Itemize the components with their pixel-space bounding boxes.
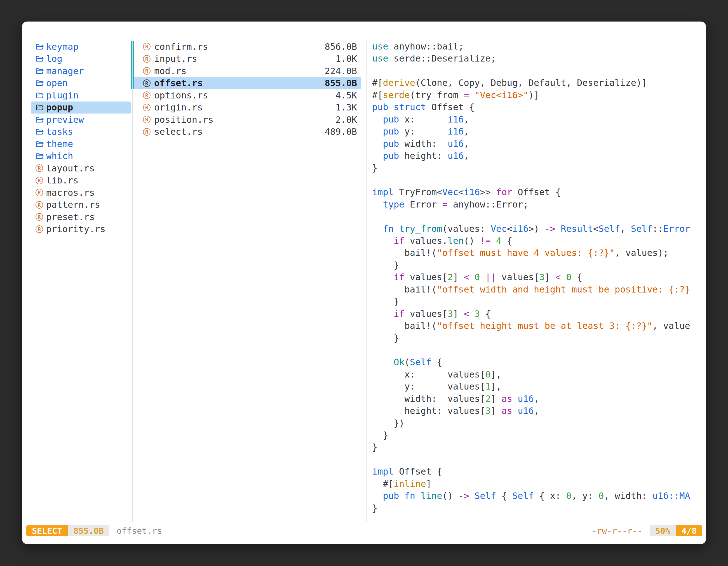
folder-icon: [35, 79, 44, 87]
code-line: #[derive(Clone, Copy, Debug, Default, De…: [372, 77, 702, 89]
file-name: select.rs: [154, 126, 203, 137]
code-line: width: values[2] as u16,: [372, 393, 702, 405]
code-line: [372, 211, 702, 223]
rust-file-icon: R: [143, 79, 151, 87]
code-line: bail!("offset height must be at least 3:…: [372, 320, 702, 332]
code-line: height: values[3] as u16,: [372, 405, 702, 417]
file-row-offset-rs[interactable]: Roffset.rs855.0B: [134, 77, 361, 90]
item-label: keymap: [46, 41, 79, 52]
file-row-select-rs[interactable]: Rselect.rs489.0B: [134, 126, 361, 138]
item-label: preset.rs: [46, 212, 95, 222]
code-line: bail!("offset must have 4 values: {:?}",…: [372, 247, 702, 259]
item-label: macros.rs: [46, 187, 95, 198]
sidebar-item-pattern-rs[interactable]: Rpattern.rs: [31, 199, 131, 211]
code-line: }: [372, 332, 702, 344]
folder-icon: [35, 91, 44, 100]
file-size: 2.0K: [335, 114, 357, 125]
folder-icon: [35, 152, 44, 160]
code-line: impl Offset {: [372, 466, 702, 478]
rust-file-icon: R: [36, 201, 43, 209]
sidebar-item-priority-rs[interactable]: Rpriority.rs: [31, 223, 131, 236]
file-row-options-rs[interactable]: Roptions.rs4.5K: [134, 89, 361, 102]
sidebar-item-macros-rs[interactable]: Rmacros.rs: [31, 187, 131, 199]
rust-file-icon: R: [143, 67, 151, 75]
rust-file-icon: R: [36, 189, 43, 196]
code-line: }: [372, 259, 702, 271]
folder-icon: [35, 128, 44, 136]
folder-icon: [35, 140, 44, 148]
rust-file-icon: R: [36, 213, 43, 221]
yazi-file-manager-window: keymap log manager open plugin popup pre…: [22, 22, 706, 544]
scroll-percent-badge: 50%: [650, 525, 676, 536]
file-name: confirm.rs: [154, 41, 208, 52]
file-row-mod-rs[interactable]: Rmod.rs224.0B: [134, 65, 361, 77]
item-label: pattern.rs: [46, 200, 100, 210]
item-label: plugin: [46, 90, 79, 101]
rust-file-icon: R: [143, 128, 151, 136]
file-row-input-rs[interactable]: Rinput.rs1.0K: [134, 53, 361, 65]
item-label: tasks: [46, 126, 73, 137]
file-size: 1.3K: [335, 102, 357, 113]
sidebar-item-log[interactable]: log: [31, 53, 131, 65]
cursor-position-badge: 4/8: [676, 525, 702, 536]
code-line: pub fn line() -> Self { Self { x: 0, y: …: [372, 490, 702, 502]
sidebar-item-preview[interactable]: preview: [31, 114, 131, 126]
file-row-confirm-rs[interactable]: Rconfirm.rs856.0B: [134, 41, 361, 53]
file-row-position-rs[interactable]: Rposition.rs2.0K: [134, 114, 361, 126]
code-line: }: [372, 162, 702, 174]
code-line: pub width: u16,: [372, 138, 702, 150]
file-size: 1.0K: [335, 53, 357, 64]
sidebar-item-lib-rs[interactable]: Rlib.rs: [31, 175, 131, 187]
code-line: }: [372, 429, 702, 441]
code-line: [372, 344, 702, 356]
code-line: }): [372, 417, 702, 429]
sidebar-item-layout-rs[interactable]: Rlayout.rs: [31, 162, 131, 175]
mode-badge: SELECT: [26, 525, 68, 536]
sidebar-item-plugin[interactable]: plugin: [31, 89, 131, 102]
file-size: 4.5K: [335, 90, 357, 101]
pane-divider: [366, 41, 367, 522]
sidebar-item-preset-rs[interactable]: Rpreset.rs: [31, 211, 131, 223]
code-line: [372, 65, 702, 77]
sidebar-item-keymap[interactable]: keymap: [31, 41, 131, 53]
rust-file-icon: R: [143, 43, 151, 50]
code-line: x: values[0],: [372, 368, 702, 380]
item-label: popup: [46, 102, 73, 113]
code-line: if values[3] < 3 {: [372, 308, 702, 320]
code-line: pub height: u16,: [372, 150, 702, 162]
sidebar-item-popup[interactable]: popup: [31, 102, 131, 114]
item-label: which: [46, 151, 73, 161]
file-size: 224.0B: [325, 66, 357, 76]
code-line: #[inline]: [372, 478, 702, 490]
sidebar-item-open[interactable]: open: [31, 77, 131, 90]
code-line: if values[2] < 0 || values[3] < 0 {: [372, 271, 702, 283]
code-line: pub y: i16,: [372, 126, 702, 138]
code-line: Ok(Self {: [372, 356, 702, 368]
code-line: type Error = anyhow::Error;: [372, 199, 702, 211]
code-line: impl TryFrom<Vec<i16>> for Offset {: [372, 186, 702, 198]
item-label: log: [46, 53, 62, 64]
item-label: theme: [46, 139, 73, 149]
code-line: [372, 174, 702, 186]
file-row-origin-rs[interactable]: Rorigin.rs1.3K: [134, 102, 361, 114]
sidebar-item-theme[interactable]: theme: [31, 138, 131, 150]
code-line: pub struct Offset {: [372, 101, 702, 113]
sidebar-item-tasks[interactable]: tasks: [31, 126, 131, 138]
code-line: bail!("offset width and height must be p…: [372, 283, 702, 295]
status-bar: SELECT 855.0B offset.rs -rw-r--r-- 50% 4…: [26, 524, 702, 537]
code-line: }: [372, 441, 702, 453]
code-line: pub x: i16,: [372, 114, 702, 126]
parent-directory-pane: keymap log manager open plugin popup pre…: [31, 41, 131, 235]
folder-icon: [35, 67, 44, 75]
file-name: options.rs: [154, 90, 208, 101]
rust-file-icon: R: [143, 116, 151, 123]
code-line: }: [372, 295, 702, 307]
sidebar-item-which[interactable]: which: [31, 150, 131, 163]
code-line: if values.len() != 4 {: [372, 235, 702, 247]
folder-icon: [35, 116, 44, 124]
file-name: origin.rs: [154, 102, 203, 113]
item-label: priority.rs: [46, 224, 105, 234]
sidebar-item-manager[interactable]: manager: [31, 65, 131, 77]
code-line: use anyhow::bail;: [372, 41, 702, 53]
file-size: 856.0B: [325, 41, 357, 52]
